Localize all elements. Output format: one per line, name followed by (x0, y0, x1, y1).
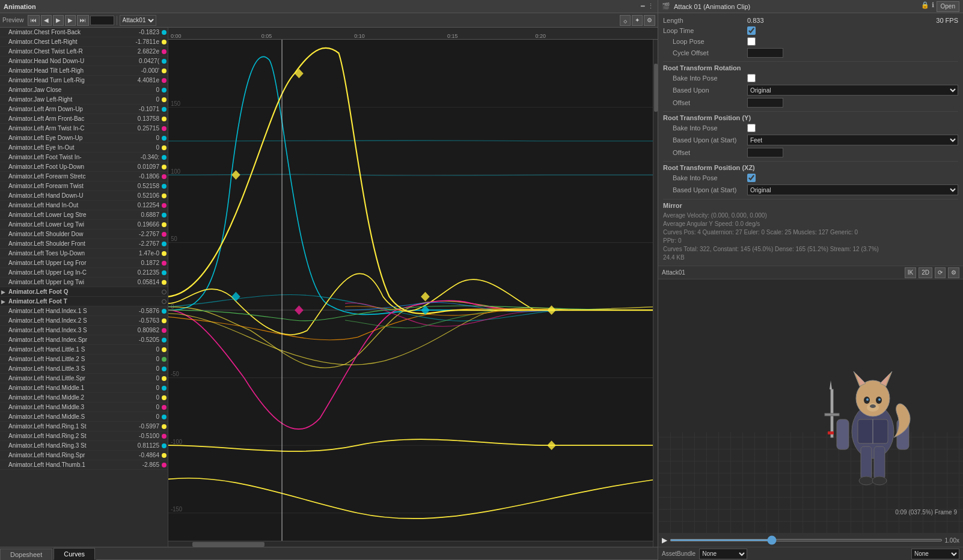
info-icon[interactable]: ℹ (932, 1, 934, 12)
svg-point-33 (866, 398, 869, 401)
property-row[interactable]: Animator.Chest Left-Right-1.7811e (0, 37, 168, 47)
property-row[interactable]: Animator.Left Hand.Thumb.1-2.865 (0, 460, 168, 470)
property-row[interactable]: Animator.Chest Front-Back-0.1823 (0, 28, 168, 37)
property-row[interactable]: ▶Animator.Left Foot Q (0, 287, 168, 297)
property-row[interactable]: ▶Animator.Left Foot T (0, 297, 168, 306)
property-row[interactable]: Animator.Left Foot Twist In--0.340: (0, 153, 168, 162)
property-row[interactable]: Animator.Jaw Left-Right0 (0, 95, 168, 105)
next-frame-button[interactable]: ▶ (65, 15, 76, 26)
property-row[interactable]: Animator.Head Tilt Left-Righ-0.000' (0, 66, 168, 76)
horizontal-scrollbar[interactable] (168, 541, 653, 547)
property-row[interactable]: Animator.Left Hand.Index.Spr-0.5205 (0, 335, 168, 345)
settings-preview-button[interactable]: ⚙ (948, 267, 959, 278)
menu-icon[interactable]: ⋮ (647, 2, 654, 10)
dopesheet-tab[interactable]: Dopesheet (0, 549, 52, 560)
property-row[interactable]: Animator.Left Hand.Index.2 S-0.5763 (0, 316, 168, 326)
property-row[interactable]: Animator.Left Arm Down-Up-0.1071 (0, 105, 168, 114)
property-row[interactable]: Animator.Head Nod Down-U0.0427( (0, 56, 168, 66)
bake-pos-xz-checkbox[interactable] (747, 174, 756, 182)
clip-selector[interactable]: Attack01 (120, 15, 156, 26)
bake-rot-checkbox[interactable] (747, 74, 756, 82)
go-start-button[interactable]: ⏮ (28, 15, 40, 26)
property-row[interactable]: Animator.Left Hand.Index.3 S0.80982 (0, 326, 168, 335)
preview-play-button[interactable]: ▶ (662, 536, 667, 544)
property-row[interactable]: Animator.Jaw Close0 (0, 85, 168, 95)
add-keyframe-button[interactable]: ⬦ (620, 15, 631, 26)
property-row[interactable]: Animator.Left Lower Leg Twi0.19666 (0, 220, 168, 230)
property-row[interactable]: Animator.Left Foot Up-Down0.01097 (0, 162, 168, 172)
property-row[interactable]: Animator.Left Upper Leg Twi0.05814 (0, 278, 168, 287)
open-button[interactable]: Open (937, 1, 959, 12)
prop-value-label: 0.19666 (120, 221, 159, 228)
svg-point-36 (870, 404, 876, 408)
curves-canvas[interactable]: 150 100 50 0 -50 -100 -150 -200 (168, 40, 658, 547)
property-row[interactable]: Animator.Left Lower Leg Stre0.6887 (0, 210, 168, 220)
offset-y-input[interactable]: 0 (747, 148, 783, 157)
prop-name-label: Animator.Left Hand.Middle.S (8, 413, 120, 420)
property-row[interactable]: Animator.Left Eye Down-Up0 (0, 133, 168, 143)
property-row[interactable]: Animator.Left Eye In-Out0 (0, 143, 168, 153)
property-row[interactable]: Animator.Left Hand.Index.1 S-0.5876 (0, 306, 168, 316)
vertical-scrollbar[interactable] (653, 40, 658, 547)
prop-color-dot (162, 184, 167, 189)
based-upon-y-select[interactable]: Feet (747, 135, 958, 145)
settings-button[interactable]: ⚙ (644, 15, 655, 26)
property-row[interactable]: Animator.Left Hand.Ring.1 St-0.5997 (0, 422, 168, 431)
go-end-button[interactable]: ⏭ (77, 15, 89, 26)
prop-expand-icon[interactable]: ▶ (1, 299, 8, 305)
property-row[interactable]: Animator.Left Hand.Ring.3 St0.81125 (0, 441, 168, 451)
auto-button[interactable]: ⟳ (935, 267, 946, 278)
offset-rot-input[interactable]: 0 (747, 98, 783, 108)
prop-expand-icon[interactable]: ▶ (1, 289, 8, 295)
based-upon-xz-select[interactable]: Original (747, 184, 958, 195)
prop-name-label: Animator.Left Arm Down-Up (8, 106, 120, 112)
assetbundle-variant-select[interactable]: None (911, 549, 959, 559)
property-row[interactable]: Animator.Left Hand.Middle.S0 (0, 412, 168, 422)
2d-button[interactable]: 2D (919, 267, 932, 278)
length-label: Length (663, 17, 747, 24)
property-row[interactable]: Animator.Left Hand In-Out0.12254 (0, 201, 168, 210)
property-row[interactable]: Animator.Left Forearm Stretc-0.1806 (0, 172, 168, 181)
horizontal-scroll-thumb[interactable] (192, 542, 264, 547)
prev-frame-button[interactable]: ◀ (41, 15, 52, 26)
property-row[interactable]: Animator.Left Hand Down-U0.52106 (0, 191, 168, 201)
curves-tab[interactable]: Curves (54, 548, 95, 560)
property-row[interactable]: Animator.Left Hand.Middle.10 (0, 383, 168, 393)
play-button[interactable]: ▶ (53, 15, 64, 26)
property-row[interactable]: Animator.Left Shoulder Dow-2.2767 (0, 230, 168, 239)
minimize-icon[interactable]: ━ (641, 2, 645, 10)
property-row[interactable]: Animator.Left Hand.Little.1 S0 (0, 345, 168, 355)
property-row[interactable]: Animator.Left Shoulder Front-2.2767 (0, 239, 168, 249)
preview-slider[interactable] (670, 539, 943, 541)
property-row[interactable]: Animator.Left Arm Front-Bac0.13758 (0, 114, 168, 124)
property-row[interactable]: Animator.Chest Twist Left-R2.6822e (0, 47, 168, 56)
lock-icon[interactable]: 🔒 (921, 1, 929, 12)
property-row[interactable]: Animator.Left Hand.Ring.2 St-0.5100 (0, 431, 168, 441)
property-row[interactable]: Animator.Left Toes Up-Down1.47e-0 (0, 249, 168, 258)
property-row[interactable]: Animator.Left Hand.Little.Spr0 (0, 374, 168, 383)
cycle-offset-input[interactable]: 0 (747, 48, 783, 58)
property-row[interactable]: Animator.Left Hand.Middle.20 (0, 393, 168, 403)
property-row[interactable]: Animator.Left Hand.Little.2 S0 (0, 355, 168, 364)
prop-name-label: Animator.Left Hand.Middle.1 (8, 385, 120, 391)
property-row[interactable]: Animator.Left Hand.Ring.Spr-0.4864 (0, 451, 168, 460)
add-event-button[interactable]: ✦ (632, 15, 643, 26)
property-row[interactable]: Animator.Left Forearm Twist0.52158 (0, 181, 168, 191)
property-row[interactable]: Animator.Left Arm Twist In-C0.25715 (0, 124, 168, 133)
assetbundle-select[interactable]: None (699, 549, 747, 559)
ik-button[interactable]: IK (905, 267, 916, 278)
loop-pose-checkbox[interactable] (747, 37, 756, 46)
time-input[interactable]: 0 (90, 16, 114, 25)
based-upon-rot-select[interactable]: Original (747, 85, 958, 96)
prop-name-label: Animator.Left Toes Up-Down (8, 250, 120, 257)
property-row[interactable]: Animator.Left Upper Leg In-C0.21235 (0, 268, 168, 278)
vertical-scroll-thumb[interactable] (654, 64, 658, 112)
loop-time-checkbox[interactable] (747, 26, 756, 35)
property-list[interactable]: Animator.Chest Front-Back-0.1823Animator… (0, 28, 168, 547)
property-row[interactable]: Animator.Left Upper Leg Fror0.1872 (0, 258, 168, 268)
prop-value-label: -1.7811e (120, 38, 159, 45)
property-row[interactable]: Animator.Head Turn Left-Rig4.4081e (0, 76, 168, 85)
bake-pos-y-checkbox[interactable] (747, 124, 756, 132)
property-row[interactable]: Animator.Left Hand.Middle.30 (0, 403, 168, 412)
property-row[interactable]: Animator.Left Hand.Little.3 S0 (0, 364, 168, 374)
